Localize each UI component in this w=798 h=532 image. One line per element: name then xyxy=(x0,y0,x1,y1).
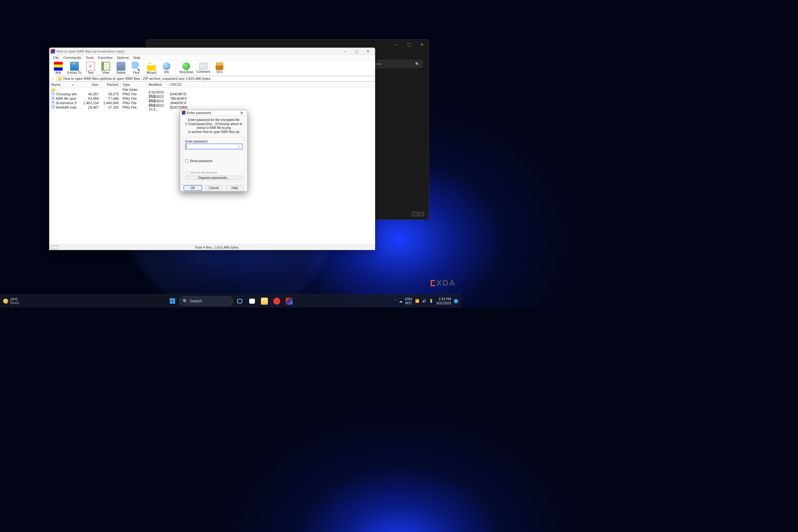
dialog-titlebar[interactable]: Enter password ✕ xyxy=(180,110,247,116)
file-icon xyxy=(51,106,55,109)
start-button[interactable] xyxy=(167,296,178,307)
del-icon xyxy=(116,62,126,71)
comment-icon xyxy=(199,63,207,70)
tray-overflow-icon[interactable]: ˆ xyxy=(395,299,396,303)
maximize-button[interactable]: ▢ xyxy=(351,48,362,55)
toolbar-virus-button[interactable]: VirusScan xyxy=(178,62,194,74)
keyboard-icon xyxy=(51,245,58,249)
extract-icon xyxy=(70,62,79,71)
password-input[interactable] xyxy=(185,144,242,149)
test-icon xyxy=(86,62,95,71)
close-button[interactable]: ✕ xyxy=(362,48,374,55)
column-headers: Name▲ Size Packed Type Modified CRC32 xyxy=(50,82,375,88)
table-row[interactable]: RAR file open in ...83,86477,940PNG File… xyxy=(50,96,375,101)
system-tray: ˆ ☁ ENG INTL 📶 🔊 🔋 2:33 PM 3/31/2023 5 xyxy=(392,297,461,305)
table-row[interactable]: Screenshot 2022...1,463,1581,445,069PNG … xyxy=(50,101,375,105)
col-crc[interactable]: CRC32 xyxy=(168,82,192,87)
help-button[interactable]: Help xyxy=(226,185,244,191)
taskbar-app-explorer[interactable] xyxy=(259,296,270,307)
menu-favorites[interactable]: Favorites xyxy=(96,55,114,60)
sun-icon xyxy=(3,299,8,304)
folder-icon xyxy=(58,77,62,80)
bgwin-maximize[interactable]: ▢ xyxy=(402,40,416,49)
winrar-icon xyxy=(51,49,55,54)
virus-icon xyxy=(183,62,190,70)
xda-logo-icon xyxy=(431,280,435,286)
col-name[interactable]: Name▲ xyxy=(50,82,77,87)
dialog-close-button[interactable]: ✕ xyxy=(238,111,246,115)
path-text: How to open RAR files.zip\How to open RA… xyxy=(63,77,210,80)
table-row[interactable]: ..File folder xyxy=(50,88,375,92)
search-icon: 🔍 xyxy=(415,62,420,66)
view-thumbnails-icon[interactable] xyxy=(418,212,424,216)
col-packed[interactable]: Packed xyxy=(101,82,121,87)
bgwin-minimize[interactable]: ─ xyxy=(389,40,402,49)
dialog-message: Enter password for the encrypted file C:… xyxy=(183,118,245,134)
minimize-button[interactable]: ─ xyxy=(340,48,351,55)
weather-widget[interactable]: 19°C Sunny xyxy=(0,297,22,305)
weather-temp: 19°C xyxy=(10,297,19,301)
organize-passwords-button[interactable]: Organize passwords... xyxy=(185,175,242,180)
titlebar[interactable]: How to open RAR files.zip (evaluation co… xyxy=(50,48,375,55)
table-row[interactable]: WinRAR install s...28,40727,320PNG File2… xyxy=(50,105,375,110)
clock[interactable]: 2:33 PM 3/31/2023 xyxy=(436,297,451,305)
add-icon xyxy=(54,62,63,71)
address-bar: ↑ How to open RAR files.zip\How to open … xyxy=(50,76,375,82)
toolbar: AddExtract ToTestViewDeleteFindWizardiIn… xyxy=(50,60,375,76)
volume-icon[interactable]: 🔊 xyxy=(422,299,426,303)
table-row[interactable]: Choosing where ...40,05738,575PNG File2/… xyxy=(50,92,375,96)
ok-button[interactable]: OK xyxy=(184,185,202,191)
menu-file[interactable]: File xyxy=(51,55,61,60)
file-icon xyxy=(51,101,55,105)
view-details-icon[interactable] xyxy=(412,212,418,216)
toolbar-wiz-button[interactable]: Wizard xyxy=(145,62,158,74)
info-icon: i xyxy=(163,62,170,70)
notifications-badge[interactable]: 5 xyxy=(454,299,458,303)
col-type[interactable]: Type xyxy=(121,82,147,87)
toolbar-extract-button[interactable]: Extract To xyxy=(66,62,82,74)
folder-icon xyxy=(51,88,55,92)
battery-icon[interactable]: 🔋 xyxy=(429,299,433,303)
window-title: How to open RAR files.zip (evaluation co… xyxy=(56,50,125,53)
menu-commands[interactable]: Commands xyxy=(61,55,83,60)
view-icon xyxy=(101,62,110,71)
wifi-icon[interactable]: 📶 xyxy=(415,299,419,303)
file-icon xyxy=(51,97,55,100)
password-label: Enter password xyxy=(185,140,242,143)
col-modified[interactable]: Modified xyxy=(147,82,168,87)
toolbar-sfx-button[interactable]: SFX xyxy=(212,62,226,74)
use-for-all-checkbox: Use for all archives xyxy=(185,171,242,174)
up-button[interactable]: ↑ xyxy=(51,77,55,80)
toolbar-test-button[interactable]: Test xyxy=(83,62,97,74)
taskbar-app-vivaldi[interactable] xyxy=(271,296,283,307)
menu-tools[interactable]: Tools xyxy=(83,55,96,60)
toolbar-comment-button[interactable]: Comment xyxy=(195,63,211,74)
toolbar-info-button[interactable]: iInfo xyxy=(159,62,173,74)
task-view-button[interactable] xyxy=(234,296,245,307)
taskbar: 19°C Sunny 🔍 Search ˆ ☁ ENG INTL 📶 🔊 🔋 2… xyxy=(0,294,461,307)
bgwin-close[interactable]: ✕ xyxy=(416,40,429,49)
toolbar-del-button[interactable]: Delete xyxy=(114,62,128,74)
taskbar-app-chat[interactable] xyxy=(246,296,258,307)
search-icon: 🔍 xyxy=(183,299,188,303)
col-size[interactable]: Size xyxy=(77,82,101,87)
path-field[interactable]: How to open RAR files.zip\How to open RA… xyxy=(56,76,374,81)
menubar: File Commands Tools Favorites Options He… xyxy=(50,55,375,60)
taskbar-search[interactable]: 🔍 Search xyxy=(179,297,233,306)
menu-options[interactable]: Options xyxy=(115,55,131,60)
toolbar-find-button[interactable]: Find xyxy=(129,62,143,74)
winrar-icon xyxy=(182,111,186,115)
sfx-icon xyxy=(216,62,223,70)
status-bar: Total 4 files, 1,615,486 bytes xyxy=(50,244,375,250)
xda-watermark: XDA xyxy=(431,278,456,288)
menu-help[interactable]: Help xyxy=(131,55,142,60)
language-indicator[interactable]: ENG INTL xyxy=(405,297,413,305)
toolbar-add-button[interactable]: Add xyxy=(51,62,65,74)
status-text: Total 4 files, 1,615,486 bytes xyxy=(58,245,375,249)
toolbar-view-button[interactable]: View xyxy=(99,62,113,74)
cancel-button[interactable]: Cancel xyxy=(205,185,223,191)
show-password-checkbox[interactable]: Show password xyxy=(185,159,242,163)
onedrive-icon[interactable]: ☁ xyxy=(399,299,402,303)
file-icon xyxy=(51,92,55,96)
taskbar-app-winrar[interactable] xyxy=(283,296,295,307)
